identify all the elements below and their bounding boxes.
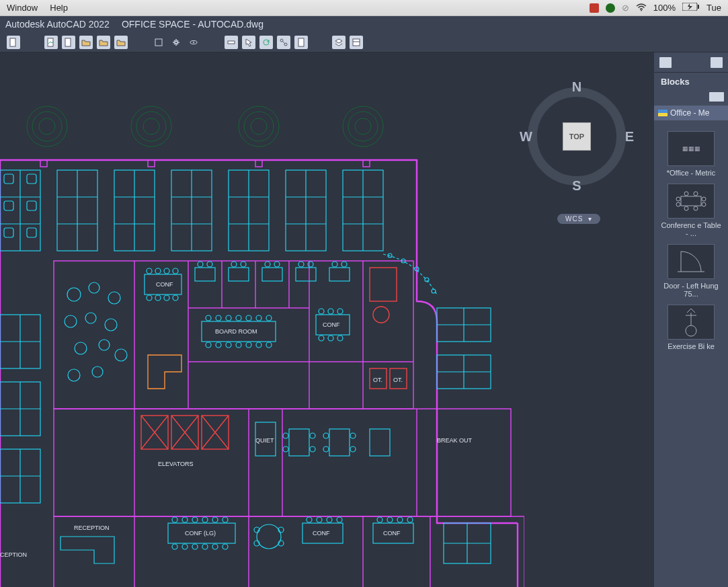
block-item-door-left[interactable]: Door - Left Hung 75... <box>661 244 721 298</box>
main-toolbar <box>0 32 728 52</box>
svg-point-99 <box>85 313 96 323</box>
tool-properties[interactable] <box>350 36 363 49</box>
status-indicator-green[interactable] <box>606 3 615 13</box>
svg-point-16 <box>27 106 67 147</box>
svg-point-233 <box>676 202 680 206</box>
svg-point-102 <box>99 340 110 350</box>
svg-point-203 <box>212 544 218 549</box>
svg-point-181 <box>283 446 288 452</box>
menu-help[interactable]: Help <box>50 3 68 13</box>
svg-rect-36 <box>4 174 13 184</box>
panel-tabs <box>654 52 728 73</box>
svg-rect-13 <box>298 38 304 46</box>
drawing-viewport[interactable]: N S E W TOP WCS ▾ <box>0 52 654 587</box>
tool-folder2[interactable] <box>97 36 110 49</box>
svg-point-196 <box>202 517 208 522</box>
svg-point-107 <box>147 268 152 274</box>
svg-point-0 <box>641 9 642 11</box>
library-icon <box>658 110 668 116</box>
svg-point-25 <box>343 106 383 147</box>
tool-folder3[interactable] <box>114 36 128 49</box>
svg-text:CONF: CONF <box>323 321 340 328</box>
macos-menubar: Window Help ⊘ 100% Tue <box>0 0 728 16</box>
svg-point-129 <box>266 342 272 348</box>
svg-point-17 <box>32 112 62 141</box>
svg-point-124 <box>216 342 221 348</box>
viewcube-compass-ring[interactable] <box>528 87 626 186</box>
tool-pan[interactable] <box>169 36 183 49</box>
svg-point-193 <box>172 517 177 522</box>
svg-point-186 <box>323 446 329 452</box>
svg-text:CONF: CONF <box>156 281 173 288</box>
tool-measure[interactable] <box>225 36 238 49</box>
svg-point-120 <box>246 315 251 321</box>
block-thumb <box>668 244 715 279</box>
svg-point-23 <box>244 112 274 141</box>
svg-point-144 <box>231 262 237 267</box>
tool-refresh[interactable] <box>259 36 273 49</box>
do-not-disturb-icon[interactable]: ⊘ <box>622 3 629 13</box>
panel-tab-blocks[interactable] <box>659 57 672 68</box>
panel-view-toggle[interactable] <box>709 92 724 102</box>
tool-link[interactable] <box>277 36 290 49</box>
svg-text:CONF: CONF <box>313 530 330 537</box>
svg-rect-149 <box>296 268 316 281</box>
tool-cursor[interactable] <box>242 36 255 49</box>
svg-point-136 <box>337 336 343 341</box>
compass-north[interactable]: N <box>572 79 581 95</box>
coordinate-system-badge[interactable]: WCS ▾ <box>557 214 600 224</box>
svg-point-212 <box>317 517 322 522</box>
tool-open[interactable] <box>44 36 58 49</box>
svg-point-204 <box>223 544 228 549</box>
svg-point-109 <box>164 268 169 274</box>
tool-select[interactable] <box>152 36 165 49</box>
viewcube[interactable]: N S E W TOP <box>520 79 634 194</box>
wifi-icon[interactable] <box>636 3 647 13</box>
block-item-office-metric[interactable]: ▦▦▦ *Office - Metric <box>661 131 721 177</box>
svg-text:CONF: CONF <box>383 530 401 537</box>
svg-point-214 <box>337 517 342 522</box>
block-thumb <box>668 305 715 340</box>
svg-point-104 <box>68 369 80 381</box>
block-item-exercise-bike[interactable]: Exercise Bi ke <box>661 305 721 350</box>
panel-tab-other[interactable] <box>711 57 723 68</box>
svg-point-232 <box>676 197 680 201</box>
svg-point-216 <box>377 517 382 522</box>
block-library-select[interactable]: Office - Me <box>654 106 728 120</box>
svg-text:ELEVATORS: ELEVATORS <box>158 461 194 467</box>
svg-point-19 <box>131 106 171 147</box>
tool-new[interactable] <box>7 36 20 49</box>
svg-point-111 <box>147 295 152 301</box>
floor-plan-drawing[interactable]: CONF BOARD ROOM CONF OT. OT. <box>0 100 524 587</box>
svg-point-199 <box>172 544 177 549</box>
svg-text:CEPTION: CEPTION <box>0 551 27 558</box>
svg-point-112 <box>155 295 161 301</box>
svg-point-118 <box>226 315 231 321</box>
menu-window[interactable]: Window <box>7 3 38 13</box>
svg-point-183 <box>310 446 315 452</box>
status-indicator-red[interactable] <box>590 3 599 13</box>
svg-point-22 <box>239 106 279 147</box>
tool-save[interactable] <box>62 36 75 49</box>
svg-point-97 <box>108 292 120 304</box>
tool-layers[interactable] <box>332 36 346 49</box>
svg-text:OT.: OT. <box>373 377 382 383</box>
battery-icon[interactable] <box>682 3 700 13</box>
svg-point-197 <box>212 517 218 522</box>
svg-point-198 <box>223 517 228 522</box>
svg-point-154 <box>341 262 347 267</box>
svg-point-148 <box>274 262 280 267</box>
tool-orbit[interactable] <box>187 36 200 49</box>
compass-south[interactable]: S <box>572 178 581 194</box>
svg-point-211 <box>307 517 312 522</box>
block-item-conference-table[interactable]: Conferenc e Table - ... <box>661 184 721 237</box>
svg-point-114 <box>173 295 178 301</box>
svg-rect-39 <box>27 201 36 210</box>
svg-point-113 <box>164 295 169 301</box>
tool-folder[interactable] <box>79 36 93 49</box>
tool-sheet[interactable] <box>294 36 308 49</box>
svg-point-187 <box>350 433 356 438</box>
clock-day[interactable]: Tue <box>706 3 721 13</box>
svg-point-110 <box>173 268 178 274</box>
compass-east[interactable]: E <box>625 129 634 145</box>
